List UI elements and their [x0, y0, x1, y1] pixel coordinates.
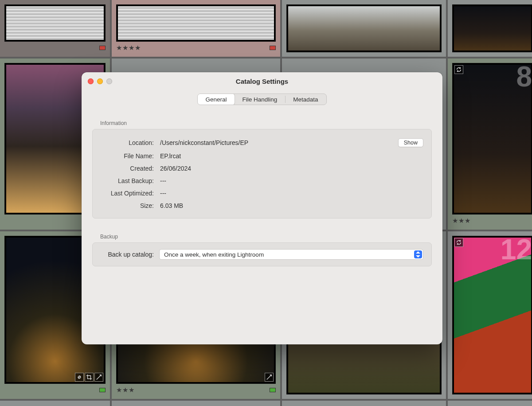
grid-cell[interactable]	[0, 0, 110, 57]
label-backup-catalog: Back up catalog:	[101, 251, 154, 258]
zoom-icon[interactable]	[106, 78, 112, 84]
adjust-icon	[94, 373, 103, 382]
label-last-backup: Last Backup:	[101, 177, 154, 184]
grid-cell[interactable]: ★★★★	[112, 0, 280, 57]
grid-cell[interactable]	[448, 0, 532, 57]
adjust-icon	[265, 373, 274, 382]
chevron-updown-icon	[414, 250, 422, 258]
label-size: Size:	[101, 202, 154, 209]
tab-bar: General File Handling Metadata	[197, 94, 326, 105]
value-file-name: EP.lrcat	[160, 152, 423, 160]
thumbnail[interactable]	[452, 236, 532, 394]
flag-green[interactable]	[270, 388, 276, 392]
thumbnail[interactable]	[116, 4, 276, 42]
value-last-optimized: ---	[160, 190, 423, 197]
show-button[interactable]: Show	[398, 138, 423, 147]
grid-cell	[112, 401, 280, 406]
catalog-settings-dialog: Catalog Settings General File Handling M…	[82, 72, 442, 344]
backup-frequency-value: Once a week, when exiting Lightroom	[164, 251, 414, 258]
backup-frequency-select[interactable]: Once a week, when exiting Lightroom	[159, 249, 423, 260]
sync-icon	[454, 238, 463, 247]
section-backup-label: Backup	[100, 234, 432, 240]
grid-cell	[282, 401, 446, 406]
rating-stars: ★★★	[116, 386, 135, 394]
thumbnail[interactable]	[452, 4, 532, 52]
grid-cell[interactable]	[282, 0, 446, 57]
flag-red[interactable]	[99, 46, 106, 50]
thumbnail[interactable]	[452, 63, 532, 215]
value-size: 6.03 MB	[160, 202, 423, 209]
thumbnail[interactable]	[4, 4, 106, 42]
value-created: 26/06/2024	[160, 165, 423, 172]
close-icon[interactable]	[88, 78, 94, 84]
link-icon	[75, 373, 84, 382]
minimize-icon[interactable]	[97, 78, 103, 84]
rating-stars: ★★★	[452, 217, 471, 225]
label-location: Location:	[101, 139, 154, 146]
sync-icon	[454, 65, 463, 74]
flag-red[interactable]	[270, 46, 276, 50]
rating-stars: ★★★★	[116, 44, 141, 52]
value-last-backup: ---	[160, 177, 423, 184]
dialog-title: Catalog Settings	[82, 78, 442, 85]
thumbnail[interactable]	[286, 4, 442, 52]
label-last-optimized: Last Optimized:	[101, 190, 154, 197]
grid-cell[interactable]	[448, 231, 532, 399]
value-location: /Users/nickconstant/Pictures/EP	[160, 139, 398, 146]
grid-cell[interactable]: ★★★	[448, 59, 532, 230]
section-information-label: Information	[100, 120, 432, 126]
tab-general[interactable]: General	[197, 94, 235, 105]
label-created: Created:	[101, 165, 154, 172]
grid-cell	[448, 401, 532, 406]
grid-cell	[0, 401, 110, 406]
tab-file-handling[interactable]: File Handling	[234, 94, 285, 105]
label-file-name: File Name:	[101, 152, 154, 160]
flag-green[interactable]	[99, 388, 106, 392]
window-controls	[88, 72, 112, 90]
information-panel: Location: /Users/nickconstant/Pictures/E…	[92, 129, 432, 219]
titlebar: Catalog Settings	[82, 72, 442, 90]
crop-icon	[85, 373, 94, 382]
backup-panel: Back up catalog: Once a week, when exiti…	[92, 242, 432, 266]
tab-metadata[interactable]: Metadata	[285, 94, 326, 105]
